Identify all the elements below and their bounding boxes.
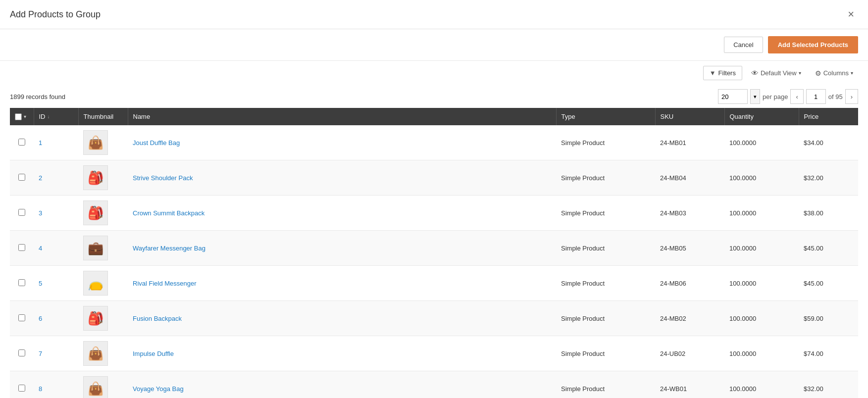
select-all-checkbox[interactable]: [15, 113, 22, 120]
row-quantity: 100.0000: [729, 315, 756, 322]
th-thumbnail: Thumbnail: [78, 108, 128, 125]
row-checkbox-7[interactable]: [18, 349, 25, 356]
pagination: ▾ per page ‹ of 95 ›: [718, 89, 858, 104]
cancel-button[interactable]: Cancel: [724, 37, 763, 53]
product-name-link[interactable]: Joust Duffle Bag: [133, 139, 180, 147]
row-checkbox-1[interactable]: [18, 139, 25, 146]
product-name-link[interactable]: Fusion Backpack: [133, 315, 182, 322]
row-sku-cell: 24-MB06: [655, 266, 724, 301]
row-quantity: 100.0000: [729, 350, 756, 357]
product-name-link[interactable]: Crown Summit Backpack: [133, 209, 204, 217]
table-header-row: ▾ ID ↓ Thumbnail Name: [10, 108, 858, 125]
row-quantity-cell: 100.0000: [724, 231, 799, 266]
product-name-link[interactable]: Strive Shoulder Pack: [133, 174, 193, 182]
product-thumb-icon: 👜: [88, 381, 103, 397]
th-id-label: ID: [39, 113, 46, 120]
row-name-cell[interactable]: Strive Shoulder Pack: [128, 160, 556, 196]
th-id[interactable]: ID ↓: [34, 108, 78, 125]
row-price-cell: $74.00: [799, 336, 858, 371]
row-name-cell[interactable]: Voyage Yoga Bag: [128, 371, 556, 398]
per-page-label: per page: [763, 93, 788, 100]
current-page-input[interactable]: [806, 89, 826, 104]
row-sku-cell: 24-MB03: [655, 196, 724, 231]
row-name-cell[interactable]: Fusion Backpack: [128, 301, 556, 336]
th-quantity[interactable]: Quantity: [724, 108, 799, 125]
close-button[interactable]: ×: [844, 7, 858, 22]
row-sku-cell: 24-MB02: [655, 301, 724, 336]
row-name-cell[interactable]: Rival Field Messenger: [128, 266, 556, 301]
row-checkbox-cell[interactable]: [10, 196, 34, 231]
row-checkbox-cell[interactable]: [10, 231, 34, 266]
product-name-link[interactable]: Wayfarer Messenger Bag: [133, 245, 205, 252]
th-type-label: Type: [562, 113, 575, 120]
row-checkbox-5[interactable]: [18, 279, 25, 286]
row-type-cell: Simple Product: [556, 160, 655, 196]
add-selected-products-button[interactable]: Add Selected Products: [768, 36, 858, 53]
row-id: 1: [39, 139, 42, 147]
row-sku: 24-MB06: [660, 280, 686, 287]
row-checkbox-2[interactable]: [18, 174, 25, 181]
row-type: Simple Product: [561, 280, 605, 287]
view-button[interactable]: 👁 Default View ▾: [746, 66, 806, 80]
table-row: 4 💼 Wayfarer Messenger Bag Simple Produc…: [10, 231, 858, 266]
row-checkbox-cell[interactable]: [10, 301, 34, 336]
table-row: 3 🎒 Crown Summit Backpack Simple Product…: [10, 196, 858, 231]
products-table-wrapper: ▾ ID ↓ Thumbnail Name: [0, 108, 868, 398]
product-thumbnail: 👜: [83, 341, 108, 366]
row-checkbox-8[interactable]: [18, 385, 25, 392]
per-page-input[interactable]: [718, 89, 748, 104]
row-thumbnail-cell: 👝: [78, 266, 128, 301]
row-checkbox-cell[interactable]: [10, 371, 34, 398]
row-price: $32.00: [804, 385, 823, 393]
row-quantity-cell: 100.0000: [724, 301, 799, 336]
row-type: Simple Product: [561, 350, 605, 357]
modal-title: Add Products to Group: [10, 9, 101, 20]
row-checkbox-cell[interactable]: [10, 336, 34, 371]
row-id-cell: 7: [34, 336, 78, 371]
grid-controls: ▼ Filters 👁 Default View ▾ ⚙ Columns ▾: [0, 61, 868, 85]
row-name-cell[interactable]: Impulse Duffle: [128, 336, 556, 371]
row-name-cell[interactable]: Joust Duffle Bag: [128, 125, 556, 160]
row-sku-cell: 24-WB01: [655, 371, 724, 398]
th-price[interactable]: Price: [799, 108, 858, 125]
row-thumbnail-cell: 🎒: [78, 160, 128, 196]
row-id-cell: 4: [34, 231, 78, 266]
filters-button[interactable]: ▼ Filters: [703, 66, 742, 80]
row-checkbox-3[interactable]: [18, 209, 25, 216]
row-type-cell: Simple Product: [556, 371, 655, 398]
total-pages-label: of 95: [828, 93, 843, 100]
row-quantity-cell: 100.0000: [724, 336, 799, 371]
row-checkbox-cell[interactable]: [10, 160, 34, 196]
row-price: $32.00: [804, 174, 823, 182]
row-sku: 24-UB02: [660, 350, 685, 357]
prev-page-button[interactable]: ‹: [790, 89, 803, 104]
row-price-cell: $32.00: [799, 371, 858, 398]
th-name[interactable]: Name: [128, 108, 556, 125]
row-type: Simple Product: [561, 385, 605, 393]
product-name-link[interactable]: Impulse Duffle: [133, 350, 174, 357]
row-thumbnail-cell: 👜: [78, 125, 128, 160]
next-page-button[interactable]: ›: [845, 89, 858, 104]
th-type[interactable]: Type: [556, 108, 655, 125]
row-id: 3: [39, 209, 42, 217]
select-all-chevron-icon[interactable]: ▾: [24, 114, 26, 119]
modal-container: Add Products to Group × Cancel Add Selec…: [0, 0, 868, 398]
columns-button[interactable]: ⚙ Columns ▾: [810, 66, 858, 80]
per-page-dropdown-button[interactable]: ▾: [750, 89, 760, 104]
row-name-cell[interactable]: Wayfarer Messenger Bag: [128, 231, 556, 266]
row-name-cell[interactable]: Crown Summit Backpack: [128, 196, 556, 231]
product-name-link[interactable]: Rival Field Messenger: [133, 280, 197, 287]
row-checkbox-cell[interactable]: [10, 266, 34, 301]
product-name-link[interactable]: Voyage Yoga Bag: [133, 385, 184, 393]
row-sku-cell: 24-UB02: [655, 336, 724, 371]
row-checkbox-4[interactable]: [18, 244, 25, 251]
columns-chevron-icon: ▾: [851, 70, 853, 76]
row-thumbnail-cell: 🎒: [78, 301, 128, 336]
row-checkbox-6[interactable]: [18, 314, 25, 321]
columns-label: Columns: [823, 69, 849, 77]
th-sku[interactable]: SKU: [655, 108, 724, 125]
th-select-all[interactable]: ▾: [10, 108, 34, 125]
row-type-cell: Simple Product: [556, 301, 655, 336]
row-type-cell: Simple Product: [556, 266, 655, 301]
row-checkbox-cell[interactable]: [10, 125, 34, 160]
